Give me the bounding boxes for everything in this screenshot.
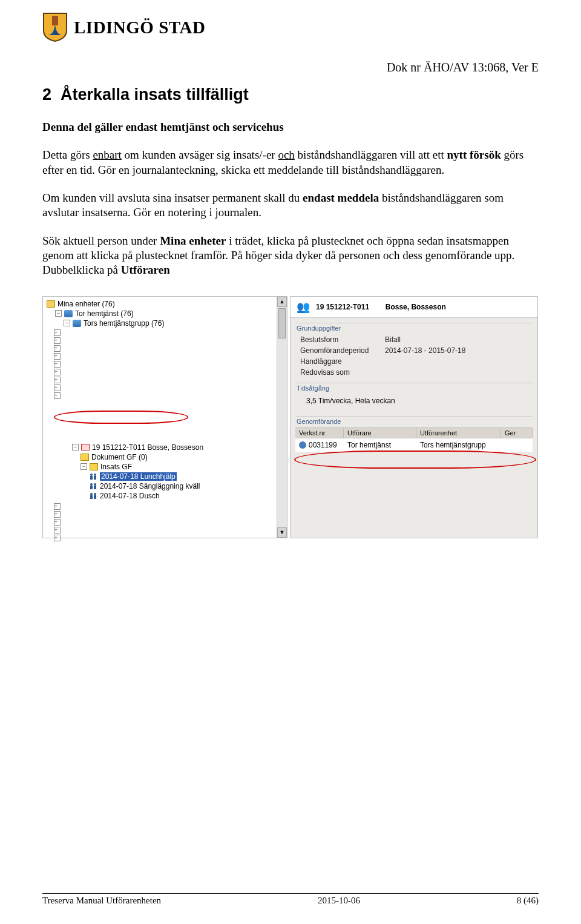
expand-icon[interactable]: + xyxy=(54,511,61,518)
p2-f: nytt försök xyxy=(447,148,501,161)
field-label: Redovisas som xyxy=(300,368,385,377)
p4-b: Mina enheter xyxy=(160,234,226,247)
svg-rect-10 xyxy=(90,495,93,499)
collapse-icon[interactable]: − xyxy=(55,310,62,317)
annotation-circle-right xyxy=(294,450,536,469)
expand-icon[interactable]: + xyxy=(54,369,61,375)
svg-point-7 xyxy=(94,483,96,486)
page-header: LIDINGÖ STAD xyxy=(42,12,539,42)
tree-node-n2[interactable]: − Tors hemtjänstgrupp (76) xyxy=(47,318,283,328)
expand-icon[interactable]: + xyxy=(54,337,61,344)
expand-icon[interactable]: + xyxy=(54,377,61,383)
detail-panel: 👥 19 151212-T011 Bosse, Bosseson Grundup… xyxy=(290,296,538,538)
tree-root[interactable]: Mina enheter (76) xyxy=(47,299,283,309)
tree-panel: Mina enheter (76) − Tor hemtjänst (76) −… xyxy=(42,296,287,538)
svg-point-3 xyxy=(94,474,96,476)
field-redovisas: Redovisas som xyxy=(295,367,533,378)
td-enhet: Tors hemtjänstgrupp xyxy=(416,440,501,450)
tree-node-dokument[interactable]: Dokument GF (0) xyxy=(47,452,283,462)
svg-rect-12 xyxy=(94,495,96,499)
collapse-icon[interactable]: − xyxy=(72,444,79,450)
field-handlaggare: Handläggare xyxy=(295,356,533,367)
expand-icon[interactable]: + xyxy=(54,361,61,368)
p3-b: endast meddela xyxy=(303,191,379,204)
expand-icon[interactable]: + xyxy=(54,392,61,399)
expand-icon[interactable]: + xyxy=(54,535,61,541)
th-verkstnr: Verkst.nr xyxy=(295,428,344,438)
field-label: Genomförandeperiod xyxy=(300,346,385,355)
tree-node-insats[interactable]: − Insats GF xyxy=(47,462,283,472)
th-ger: Ger xyxy=(501,428,533,438)
field-value: Bifall xyxy=(385,335,401,344)
td-utforare: Tor hemtjänst xyxy=(344,440,416,450)
org-name: LIDINGÖ STAD xyxy=(74,18,205,38)
expand-icon[interactable]: + xyxy=(54,384,61,391)
collapse-icon[interactable]: − xyxy=(64,320,70,326)
person-card-icon xyxy=(81,444,90,450)
field-value: 2014-07-18 - 2015-07-18 xyxy=(385,346,465,355)
footer-left: Treserva Manual Utförarenheten xyxy=(42,896,161,906)
field-label: Handläggare xyxy=(300,357,385,366)
scroll-thumb[interactable] xyxy=(278,308,286,338)
footer-center: 2015-10-06 xyxy=(318,896,360,906)
expand-icon[interactable]: + xyxy=(54,519,61,526)
group-tidsatgang: Tidsåtgång xyxy=(295,383,533,394)
field-period: Genomförandeperiod 2014-07-18 - 2015-07-… xyxy=(295,345,533,356)
row-icon xyxy=(299,441,306,449)
tree-i2-label: 2014-07-18 Sängläggning kväll xyxy=(100,482,200,490)
p2-b: enbart xyxy=(93,148,121,161)
collapse-icon[interactable]: − xyxy=(80,463,87,470)
tree-node-i1[interactable]: 2014-07-18 Lunchhjälp xyxy=(47,472,283,481)
p3-a: Om kunden vill avsluta sina insatser per… xyxy=(42,191,303,204)
th-utforarenhet: Utförarenhet xyxy=(416,428,501,438)
expand-icon[interactable]: + xyxy=(54,503,61,510)
p4-d: Utföraren xyxy=(121,263,170,276)
detail-header: 👥 19 151212-T011 Bosse, Bosseson xyxy=(290,297,537,318)
embedded-screenshot: Mina enheter (76) − Tor hemtjänst (76) −… xyxy=(42,296,539,538)
expand-icon[interactable]: + xyxy=(54,353,61,360)
row-nr: 0031199 xyxy=(309,441,337,449)
table-row[interactable]: 0031199 Tor hemtjänst Tors hemtjänstgrup… xyxy=(295,438,533,452)
expand-icon[interactable]: + xyxy=(54,345,61,352)
group-icon xyxy=(73,320,81,327)
svg-rect-8 xyxy=(94,486,96,489)
td-ger xyxy=(501,440,533,450)
tree-node-person[interactable]: − 19 151212-T011 Bosse, Bosseson xyxy=(47,443,283,452)
tree-i1-label: 2014-07-18 Lunchhjälp xyxy=(100,472,177,481)
paragraph-2: Detta görs enbart om kunden avsäger sig … xyxy=(42,148,539,177)
table-header: Verkst.nr Utförare Utförarenhet Ger xyxy=(295,427,533,438)
page-footer: Treserva Manual Utförarenheten 2015-10-0… xyxy=(42,893,539,906)
heading-number: 2 xyxy=(42,85,51,104)
svg-point-11 xyxy=(94,493,96,495)
field-label: Beslutsform xyxy=(300,335,385,344)
detail-person-id: 19 151212-T011 xyxy=(316,303,369,311)
tree-root-label: Mina enheter (76) xyxy=(57,300,115,308)
scroll-up-icon[interactable]: ▲ xyxy=(277,297,287,307)
paragraph-1: Denna del gäller endast hemtjänst och se… xyxy=(42,120,539,134)
field-beslutsform: Beslutsform Bifall xyxy=(295,334,533,345)
footer-right: 8 (46) xyxy=(517,896,539,906)
tree-node-i2[interactable]: 2014-07-18 Sängläggning kväll xyxy=(47,481,283,491)
expand-icon[interactable]: + xyxy=(54,329,61,336)
tree-node-n1[interactable]: − Tor hemtjänst (76) xyxy=(47,309,283,318)
people-icon: 👥 xyxy=(297,300,310,314)
group-grunduppgifter: Grunduppgifter xyxy=(295,323,533,334)
p2-c: om kunden avsäger sig insats/-er xyxy=(122,148,278,161)
scrollbar[interactable]: ▲ ▼ xyxy=(277,297,287,538)
svg-rect-6 xyxy=(90,486,93,489)
tree-person-label: 19 151212-T011 Bosse, Bosseson xyxy=(92,443,203,452)
p1-bold: Denna del gäller endast hemtjänst och se… xyxy=(42,120,284,133)
scroll-down-icon[interactable]: ▼ xyxy=(277,527,287,538)
expand-icon[interactable]: + xyxy=(54,527,61,533)
paragraph-4: Sök aktuell person under Mina enheter i … xyxy=(42,234,539,278)
detail-person-name: Bosse, Bosseson xyxy=(386,303,446,311)
shield-icon xyxy=(42,12,68,42)
tree-n2-label: Tors hemtjänstgrupp (76) xyxy=(84,319,164,328)
tree-n1-label: Tor hemtjänst (76) xyxy=(75,309,134,318)
people-icon xyxy=(89,483,97,490)
tree-node-i3[interactable]: 2014-07-18 Dusch xyxy=(47,491,283,501)
section-heading: 2 Återkalla insats tillfälligt xyxy=(42,85,539,104)
people-icon xyxy=(89,473,97,480)
svg-point-5 xyxy=(90,483,93,486)
tree-dokument-label: Dokument GF (0) xyxy=(91,453,148,461)
